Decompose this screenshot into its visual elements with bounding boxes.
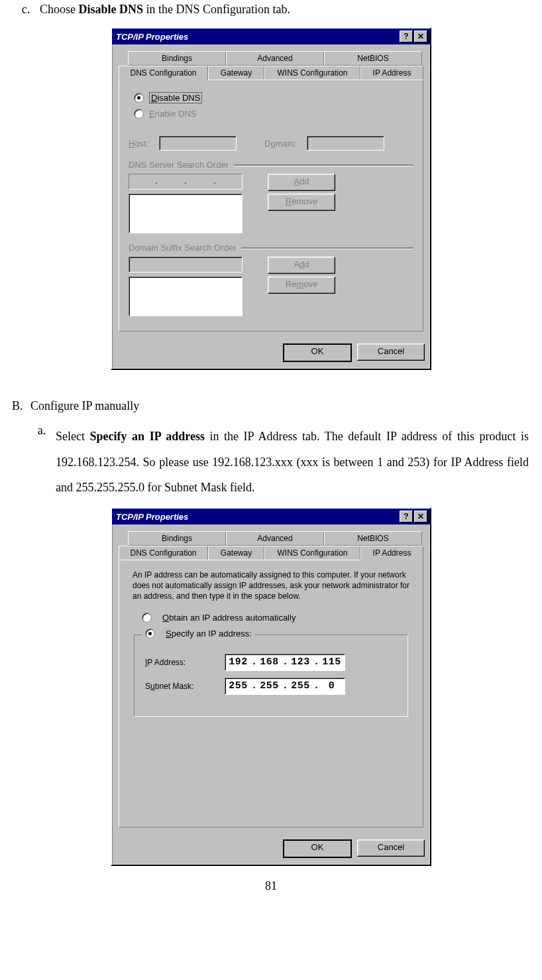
tab2-bindings[interactable]: Bindings (128, 531, 226, 546)
suffix-remove-button[interactable]: Remove (268, 276, 335, 294)
tab-bindings[interactable]: Bindings (128, 51, 226, 66)
tab-wins-configuration[interactable]: WINS Configuration (264, 66, 360, 80)
cancel-button-2[interactable]: Cancel (357, 839, 425, 857)
tab2-advanced[interactable]: Advanced (226, 531, 324, 546)
radio-obtain-auto[interactable] (142, 613, 152, 623)
radio-specify-ip[interactable] (145, 629, 155, 639)
close-button[interactable]: ✕ (414, 31, 427, 42)
tcpip-dns-dialog: TCP/IP Properties ? ✕ Bindings Advanced … (111, 27, 431, 370)
tab-advanced[interactable]: Advanced (226, 51, 324, 66)
section-B: B. Configure IP manually (12, 399, 530, 413)
dns-tab-panel: Disable DNS Enable DNS Host: Domain: DNS… (119, 80, 423, 332)
tab2-gateway[interactable]: Gateway (208, 546, 264, 560)
radio-obtain-auto-label: Obtain an IP address automatically (162, 613, 296, 623)
step-c: c. Choose Disable DNS in the DNS Configu… (12, 3, 530, 17)
title-text: TCP/IP Properties (115, 32, 398, 42)
close-button-2[interactable]: ✕ (414, 511, 427, 522)
host-label: Host: (129, 139, 155, 149)
radio-enable-dns-label: Enable DNS (149, 109, 197, 119)
domain-label: Domain: (264, 139, 303, 149)
page-number: 81 (12, 879, 530, 893)
host-input[interactable] (159, 136, 237, 151)
tab-dns-configuration[interactable]: DNS Configuration (119, 66, 208, 80)
ip-description: An IP address can be automatically assig… (129, 570, 413, 609)
tab2-ip-address[interactable]: IP Address (360, 546, 423, 560)
subnet-mask-label: Subnet Mask: (145, 682, 225, 691)
suffix-input[interactable] (129, 257, 243, 273)
tab2-dns-configuration[interactable]: DNS Configuration (119, 546, 208, 560)
tab-netbios[interactable]: NetBIOS (324, 51, 422, 66)
domain-input[interactable] (307, 136, 384, 151)
tab-ip-address[interactable]: IP Address (360, 66, 423, 80)
suffix-group-label: Domain Suffix Search Order (129, 243, 413, 253)
ip-address-input[interactable]: 192. 168. 123. 115 (225, 654, 345, 671)
dns-listbox[interactable] (129, 194, 243, 233)
dns-order-group-label: DNS Server Search Order (129, 160, 413, 170)
section-B-marker: B. (12, 399, 30, 413)
dns-ip-input[interactable]: ... (129, 174, 243, 190)
tcpip-ipaddress-dialog: TCP/IP Properties ? ✕ Bindings Advanced … (111, 507, 431, 866)
step-a-body: Select Specify an IP address in the IP A… (56, 424, 530, 501)
title-text-2: TCP/IP Properties (115, 512, 398, 522)
specify-group: Specify an IP address: IP Address: 192. … (134, 635, 408, 717)
cancel-button[interactable]: Cancel (357, 343, 425, 361)
section-B-text: Configure IP manually (30, 399, 139, 413)
step-c-text: Choose Disable DNS in the DNS Configurat… (40, 3, 530, 17)
ok-button-2[interactable]: OK (283, 839, 352, 858)
tab2-wins-configuration[interactable]: WINS Configuration (264, 546, 360, 560)
radio-specify-ip-label: Specify an IP address: (166, 629, 252, 639)
tab-gateway[interactable]: Gateway (208, 66, 264, 80)
ip-address-label: IP Address: (145, 658, 225, 667)
suffix-add-button[interactable]: Add (268, 257, 335, 274)
ip-tab-panel: An IP address can be automatically assig… (119, 560, 423, 827)
subnet-mask-input[interactable]: 255. 255. 255. 0 (225, 678, 345, 695)
radio-enable-dns[interactable] (134, 109, 144, 119)
titlebar-2: TCP/IP Properties ? ✕ (112, 509, 430, 524)
titlebar: TCP/IP Properties ? ✕ (112, 29, 430, 44)
dns-remove-button[interactable]: Remove (268, 194, 335, 211)
step-c-marker: c. (12, 3, 40, 17)
suffix-listbox[interactable] (129, 276, 243, 316)
ok-button[interactable]: OK (283, 343, 352, 362)
help-button-2[interactable]: ? (400, 511, 413, 522)
step-a: a. Select Specify an IP address in the I… (28, 424, 530, 501)
step-a-marker: a. (28, 424, 56, 501)
dns-add-button[interactable]: Add (268, 174, 335, 191)
tab2-netbios[interactable]: NetBIOS (324, 531, 422, 546)
help-button[interactable]: ? (400, 31, 413, 42)
host-domain-row: Host: Domain: (129, 136, 413, 151)
radio-disable-dns[interactable] (134, 93, 144, 103)
radio-disable-dns-label: Disable DNS (149, 92, 202, 103)
